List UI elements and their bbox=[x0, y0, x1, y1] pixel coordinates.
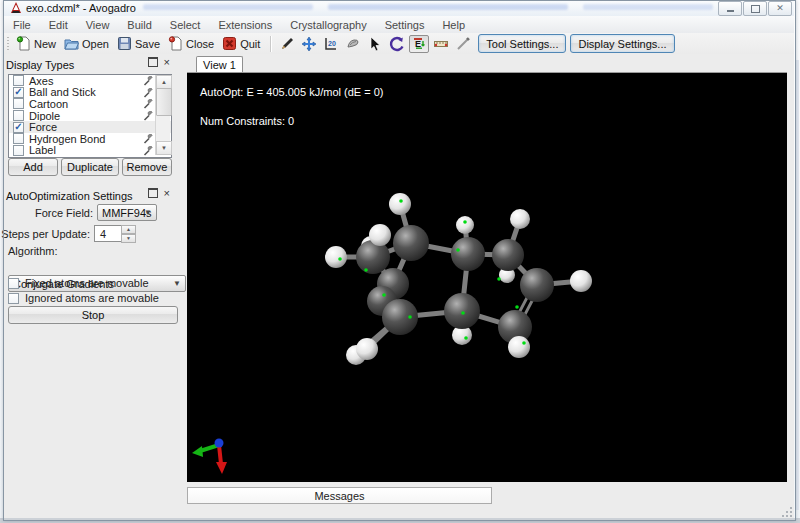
ruler-icon bbox=[433, 36, 449, 52]
display-type-row-hydrogen-bond[interactable]: Hydrogen Bond bbox=[9, 133, 171, 145]
display-type-row-cartoon[interactable]: Cartoon bbox=[9, 98, 171, 110]
auto-optimize-tool-button[interactable]: E bbox=[409, 35, 429, 53]
menu-edit[interactable]: Edit bbox=[40, 19, 77, 31]
checkbox-checked-icon[interactable]: ✓ bbox=[13, 122, 24, 133]
draw-tool-button[interactable] bbox=[277, 35, 297, 53]
measure-tool-button[interactable]: 20 bbox=[321, 35, 341, 53]
fixed-atoms-checkbox[interactable]: Fixed atoms are movable bbox=[8, 277, 149, 289]
force-field-dropdown[interactable]: MMFF94s ▼ bbox=[97, 204, 157, 221]
autoopt-panel-header[interactable]: AutoOptimization Settings × bbox=[6, 188, 176, 203]
open-button[interactable]: Open bbox=[61, 35, 114, 52]
messages-panel-tab[interactable]: Messages bbox=[187, 487, 492, 504]
scrollbar-thumb[interactable] bbox=[156, 88, 172, 116]
hydrogen-atom[interactable] bbox=[456, 216, 474, 234]
wrench-settings-icon[interactable] bbox=[143, 146, 154, 156]
hydrogen-atom[interactable] bbox=[570, 270, 592, 292]
menu-settings[interactable]: Settings bbox=[376, 19, 434, 31]
display-types-list: Axes✓Ball and StickCartoonDipole✓ForceHy… bbox=[8, 74, 172, 158]
menu-build[interactable]: Build bbox=[118, 19, 160, 31]
hydrogen-atom[interactable] bbox=[325, 246, 347, 268]
navigate-tool-button[interactable] bbox=[299, 35, 319, 53]
display-type-row-force[interactable]: ✓Force bbox=[9, 121, 171, 133]
display-type-label: Axes bbox=[29, 75, 53, 87]
checkbox-icon[interactable] bbox=[13, 145, 24, 156]
bond-centric-tool-button[interactable] bbox=[343, 35, 363, 53]
close-button[interactable]: Close bbox=[165, 35, 219, 52]
carbon-atom[interactable] bbox=[444, 293, 480, 329]
duplicate-display-type-button[interactable]: Duplicate bbox=[61, 158, 119, 176]
carbon-atom[interactable] bbox=[451, 237, 485, 271]
menu-crystallography[interactable]: Crystallography bbox=[281, 19, 375, 31]
wrench-settings-icon[interactable] bbox=[143, 111, 154, 121]
carbon-atom[interactable] bbox=[382, 299, 418, 335]
wrench-settings-icon[interactable] bbox=[143, 99, 154, 109]
float-panel-icon[interactable] bbox=[148, 188, 158, 198]
tool-settings-button[interactable]: Tool Settings... bbox=[478, 34, 566, 53]
wrench-settings-icon[interactable] bbox=[143, 88, 154, 98]
hydrogen-atom[interactable] bbox=[389, 193, 411, 215]
checkbox-checked-icon[interactable]: ✓ bbox=[13, 87, 24, 98]
maximize-button[interactable] bbox=[743, 1, 767, 16]
remove-display-type-button[interactable]: Remove bbox=[122, 158, 172, 176]
ignored-atoms-checkbox[interactable]: Ignored atoms are movable bbox=[8, 292, 159, 304]
new-button[interactable]: New bbox=[13, 35, 61, 52]
hydrogen-atom[interactable] bbox=[369, 224, 391, 246]
display-type-row-label[interactable]: Label bbox=[9, 145, 171, 157]
display-types-scrollbar[interactable]: ▲ ▼ bbox=[155, 75, 170, 155]
display-settings-button[interactable]: Display Settings... bbox=[570, 34, 674, 53]
viewport-3d[interactable]: AutoOpt: E = 405.005 kJ/mol (dE = 0) Num… bbox=[187, 72, 787, 482]
float-panel-icon[interactable] bbox=[148, 57, 158, 67]
display-type-row-ball-and-stick[interactable]: ✓Ball and Stick bbox=[9, 87, 171, 99]
chevron-down-icon: ▼ bbox=[173, 279, 181, 288]
background-bottom-strip bbox=[0, 518, 800, 523]
steps-per-update-label: Steps per Update: bbox=[0, 228, 90, 240]
stop-button[interactable]: Stop bbox=[8, 306, 178, 324]
add-display-type-button[interactable]: Add bbox=[8, 158, 58, 176]
menu-select[interactable]: Select bbox=[161, 19, 210, 31]
new-file-icon bbox=[16, 36, 31, 51]
checkbox-icon[interactable] bbox=[13, 98, 24, 109]
close-panel-icon[interactable]: × bbox=[164, 189, 170, 198]
screenshot-stage: exo.cdxml* - Avogadro ✕ FileEditViewBuil… bbox=[0, 0, 800, 523]
menu-bar: FileEditViewBuildSelectExtensionsCrystal… bbox=[4, 16, 794, 34]
toolbar-grip[interactable] bbox=[7, 37, 9, 51]
carbon-atom[interactable] bbox=[393, 225, 429, 261]
auto-rotate-icon bbox=[389, 36, 405, 52]
selection-tool-button[interactable] bbox=[365, 35, 385, 53]
spin-up-icon[interactable]: ▲ bbox=[121, 225, 136, 234]
menu-view[interactable]: View bbox=[77, 19, 119, 31]
hydrogen-atom[interactable] bbox=[508, 336, 530, 358]
manipulate-tool-button[interactable] bbox=[453, 35, 473, 53]
carbon-atom[interactable] bbox=[520, 268, 554, 302]
carbon-atom[interactable] bbox=[492, 239, 524, 271]
hydrogen-atom[interactable] bbox=[356, 338, 378, 360]
checkbox-icon[interactable] bbox=[13, 133, 24, 144]
minimize-button[interactable] bbox=[718, 1, 742, 16]
steps-spinbox[interactable]: 4 bbox=[94, 225, 123, 242]
auto-rotate-tool-button[interactable] bbox=[387, 35, 407, 53]
hydrogen-atom[interactable] bbox=[510, 209, 530, 229]
align-tool-button[interactable] bbox=[431, 35, 451, 53]
scroll-down-button[interactable]: ▼ bbox=[156, 141, 172, 155]
close-panel-icon[interactable]: × bbox=[164, 58, 170, 67]
menu-extensions[interactable]: Extensions bbox=[209, 19, 281, 31]
spin-down-icon[interactable]: ▼ bbox=[121, 234, 136, 243]
scroll-up-button[interactable]: ▲ bbox=[156, 75, 172, 89]
svg-text:20: 20 bbox=[328, 40, 336, 47]
resize-grip[interactable] bbox=[779, 505, 793, 518]
carbon-atom[interactable] bbox=[356, 240, 390, 274]
quit-button[interactable]: Quit bbox=[219, 35, 265, 52]
menu-help[interactable]: Help bbox=[433, 19, 474, 31]
close-window-button[interactable]: ✕ bbox=[768, 1, 792, 16]
checkbox-icon[interactable] bbox=[13, 75, 24, 86]
wrench-settings-icon[interactable] bbox=[143, 134, 154, 144]
display-type-row-dipole[interactable]: Dipole bbox=[9, 110, 171, 122]
save-button[interactable]: Save bbox=[114, 35, 165, 52]
checkbox-icon[interactable] bbox=[13, 110, 24, 121]
display-type-row-axes[interactable]: Axes bbox=[9, 75, 171, 87]
force-indicator-dot bbox=[399, 199, 403, 203]
menu-file[interactable]: File bbox=[4, 19, 40, 31]
tab-view-1[interactable]: View 1 bbox=[196, 56, 243, 73]
display-types-panel-header[interactable]: Display Types × bbox=[6, 57, 176, 72]
wrench-settings-icon[interactable] bbox=[143, 76, 154, 86]
